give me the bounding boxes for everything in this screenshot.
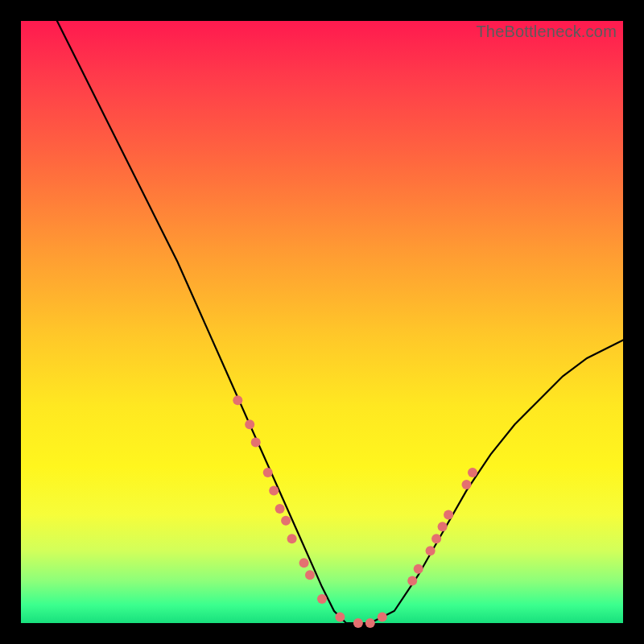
- highlight-dot: [251, 438, 261, 448]
- bottleneck-curve-path: [57, 21, 623, 623]
- highlight-dot: [431, 534, 441, 543]
- highlight-dot: [407, 576, 417, 586]
- highlight-dot: [281, 516, 291, 526]
- highlight-dot: [305, 570, 315, 580]
- highlight-dot: [414, 564, 423, 574]
- highlight-dot: [287, 534, 297, 543]
- highlight-dot: [335, 613, 345, 622]
- highlight-dots-group: [233, 395, 477, 628]
- highlight-dot: [462, 480, 472, 489]
- highlight-dot: [444, 510, 453, 519]
- highlight-dot: [468, 468, 477, 477]
- chart-frame: TheBottleneck.com: [0, 0, 644, 644]
- highlight-dot: [233, 395, 242, 405]
- highlight-dot: [245, 419, 254, 429]
- highlight-dot: [317, 594, 327, 604]
- bottleneck-curve-svg: [21, 21, 623, 623]
- highlight-dot: [275, 504, 285, 514]
- highlight-dot: [263, 468, 273, 477]
- highlight-dot: [426, 546, 436, 555]
- highlight-dot: [438, 522, 448, 531]
- highlight-dot: [365, 618, 375, 628]
- highlight-dot: [269, 485, 279, 495]
- highlight-dot: [378, 613, 387, 622]
- plot-area: TheBottleneck.com: [21, 21, 623, 623]
- highlight-dot: [299, 558, 309, 568]
- highlight-dot: [353, 618, 363, 628]
